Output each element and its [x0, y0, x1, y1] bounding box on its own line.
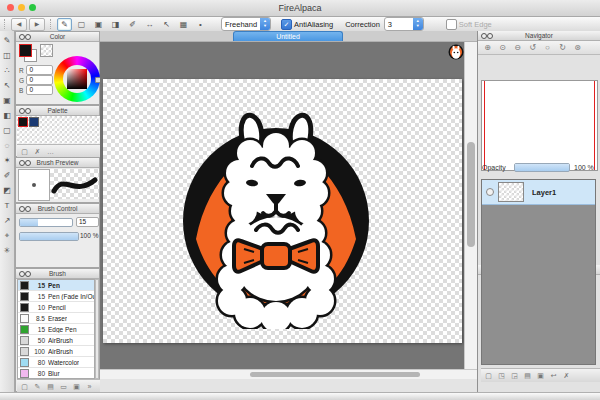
horizontal-scrollbar-thumb[interactable]	[250, 372, 420, 377]
opacity-label: Opacity	[482, 164, 514, 171]
import-brush-icon[interactable]: ▤	[45, 382, 56, 391]
color-wheel[interactable]	[54, 56, 100, 102]
hand-tool-icon[interactable]: ✳	[1, 244, 14, 257]
lower-layer-icon[interactable]: ◲	[509, 371, 520, 380]
redo-button[interactable]: ▶	[29, 18, 45, 31]
lasso-tool-icon[interactable]: ◌	[1, 139, 14, 152]
brush-swatch	[20, 358, 29, 367]
add-brush-icon[interactable]: ▢	[19, 382, 30, 391]
channel-value-field[interactable]: 0	[26, 85, 53, 95]
navigator-preview[interactable]	[481, 80, 598, 171]
eyedropper-tool-icon[interactable]: ⌖	[1, 229, 14, 242]
brush-list-item[interactable]: 80Blur	[18, 368, 94, 379]
vertical-scrollbar-thumb[interactable]	[467, 142, 475, 247]
horizontal-scrollbar[interactable]	[100, 369, 477, 379]
brush-list-item[interactable]: 15Pen	[18, 280, 94, 291]
brush-panel-header[interactable]: Brush	[16, 269, 99, 279]
raise-layer-icon[interactable]: ◳	[496, 371, 507, 380]
channel-value-field[interactable]: 0	[26, 65, 53, 75]
eraser-tool-icon[interactable]: ◫	[1, 49, 14, 62]
canvas-workspace[interactable]	[100, 42, 464, 369]
edit-brush-icon[interactable]: ✎	[32, 382, 43, 391]
palette-swatch[interactable]	[29, 117, 39, 127]
document-canvas[interactable]	[103, 79, 462, 343]
polyline-icon[interactable]: ✐	[125, 18, 140, 31]
brush-tool-icon[interactable]: ✎	[57, 18, 72, 31]
delete-palette-color-icon[interactable]: ✗	[32, 147, 43, 156]
channel-value-field[interactable]: 0	[26, 75, 53, 85]
palette-panel: Palette ▢✗…	[15, 105, 100, 157]
brush-control-header[interactable]: Brush Control	[16, 204, 99, 214]
navigator-header[interactable]: Navigator	[478, 31, 600, 41]
rotate-left-icon[interactable]: ↺	[526, 43, 539, 52]
add-layer-icon[interactable]: ▢	[483, 371, 494, 380]
transparent-color-swatch[interactable]	[40, 44, 53, 57]
saturation-value-square[interactable]	[67, 69, 87, 89]
transform-icon[interactable]: ↔	[142, 18, 157, 31]
brush-list-item[interactable]: 10Pencil	[18, 302, 94, 313]
stroke-mode-dropdown[interactable]: Freehand ▲▼	[221, 17, 271, 31]
foreground-color-swatch[interactable]	[19, 44, 32, 57]
document-tab[interactable]: Untitled	[233, 31, 343, 41]
brush-size-value[interactable]: 15	[76, 217, 99, 227]
bucket-tool-icon[interactable]: ▣	[1, 94, 14, 107]
palette-swatch[interactable]	[18, 117, 28, 127]
select-pen-tool-icon[interactable]: ✐	[1, 169, 14, 182]
correction-spinner[interactable]: 3 ▲▼	[384, 17, 424, 31]
palette-grid[interactable]	[17, 116, 100, 145]
operation-tool-icon[interactable]: ↗	[1, 214, 14, 227]
delete-layer-icon[interactable]: ✗	[561, 371, 572, 380]
layer-row[interactable]: Layer1	[482, 180, 595, 205]
brush-size-slider[interactable]	[19, 218, 73, 227]
brush-opacity-slider[interactable]	[19, 232, 79, 241]
pen-tool-icon[interactable]: ✎	[1, 34, 14, 47]
add-palette-color-icon[interactable]: ▢	[19, 147, 30, 156]
brush-list-item[interactable]: 80Watercolor	[18, 357, 94, 368]
gradient-tool-icon[interactable]: ◧	[1, 109, 14, 122]
brush-list-item[interactable]: 8.5Eraser	[18, 313, 94, 324]
rotate-reset-icon[interactable]: ○	[541, 43, 554, 52]
duplicate-brush-icon[interactable]: ▣	[71, 382, 82, 391]
brush-list-scrollbar[interactable]	[95, 279, 99, 379]
brush-folder-icon[interactable]: ▭	[58, 382, 69, 391]
soft-edge-checkbox[interactable]	[446, 19, 457, 30]
brush-list-item[interactable]: 50AirBrush	[18, 335, 94, 346]
text-tool-icon[interactable]: T	[1, 199, 14, 212]
actual-size-icon[interactable]: ⊛	[571, 43, 584, 52]
brush-list-item[interactable]: 15Edge Pen	[18, 324, 94, 335]
layer-visibility-icon[interactable]	[486, 188, 494, 196]
select-eraser-tool-icon[interactable]: ◩	[1, 184, 14, 197]
palette-panel-header[interactable]: Palette	[16, 106, 99, 116]
brush-preview-header[interactable]: Brush Preview	[16, 158, 99, 168]
shape-brush-icon[interactable]: ◨	[108, 18, 123, 31]
vertical-scrollbar[interactable]	[464, 42, 477, 369]
app-window: FireAlpaca ◀ ▶ ✎▢▣◨✐↔↖▦• Freehand ▲▼ ✓ A…	[0, 0, 600, 400]
layer-opacity-slider[interactable]	[514, 163, 570, 172]
dot-pen-tool-icon[interactable]: ∴	[1, 64, 14, 77]
zoom-fit-icon[interactable]: ⊙	[496, 43, 509, 52]
merge-layer-icon[interactable]: ↩	[548, 371, 559, 380]
layer-folder-icon[interactable]: ▤	[522, 371, 533, 380]
brush-list-item[interactable]: 15Pen (Fade In/Out)	[18, 291, 94, 302]
palette-menu-icon[interactable]: …	[45, 147, 56, 156]
color-panel-header[interactable]: Color	[16, 32, 99, 42]
more-brushes-icon[interactable]: »	[84, 382, 95, 391]
brush-name: Pen	[48, 282, 60, 289]
mascot-badge-icon[interactable]	[448, 44, 464, 60]
move-tool-icon[interactable]: ↖	[1, 79, 14, 92]
antialiasing-checkbox[interactable]: ✓	[281, 19, 292, 30]
undo-button[interactable]: ◀	[11, 18, 27, 31]
grid-icon[interactable]: ▦	[176, 18, 191, 31]
brush-name: Blur	[48, 370, 60, 377]
dot-icon[interactable]: •	[193, 18, 208, 31]
marquee-select-icon[interactable]: ▢	[74, 18, 89, 31]
select-tool-icon[interactable]: ▢	[1, 124, 14, 137]
rotate-right-icon[interactable]: ↻	[556, 43, 569, 52]
zoom-out-icon[interactable]: ⊖	[511, 43, 524, 52]
brush-list-item[interactable]: 100AirBrush	[18, 346, 94, 357]
magic-wand-tool-icon[interactable]: ✶	[1, 154, 14, 167]
picker-cursor-icon[interactable]: ↖	[159, 18, 174, 31]
duplicate-layer-icon[interactable]: ▣	[535, 371, 546, 380]
fill-tool-icon[interactable]: ▣	[91, 18, 106, 31]
zoom-in-icon[interactable]: ⊕	[481, 43, 494, 52]
